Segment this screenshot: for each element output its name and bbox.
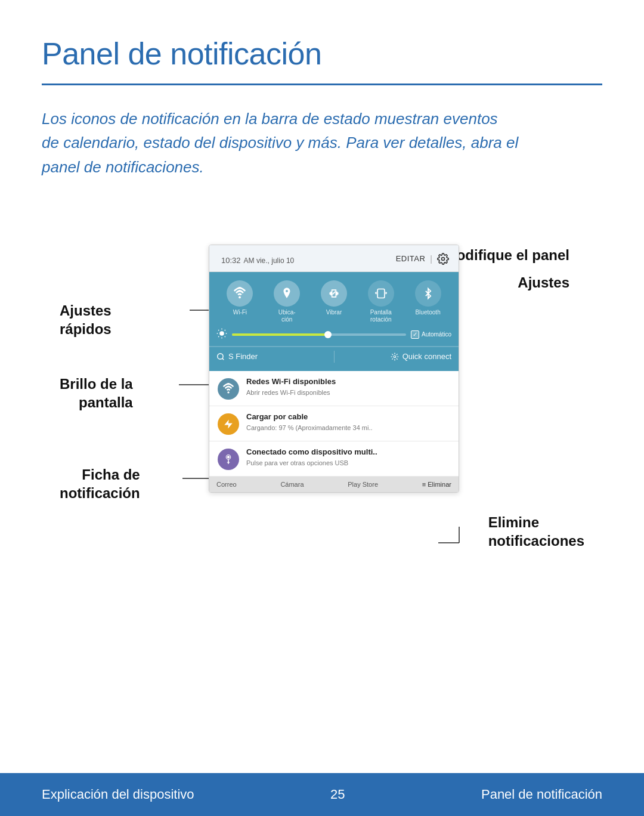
label-elimine-notificaciones: Elimine notificaciones xyxy=(488,513,584,550)
search-icon xyxy=(216,353,225,361)
gear-icon[interactable] xyxy=(437,253,449,265)
rotation-label: Pantallarotación xyxy=(370,309,392,323)
search-divider xyxy=(334,351,335,363)
brightness-row: ✓ Automático xyxy=(209,326,459,347)
brightness-fill xyxy=(232,333,328,336)
quick-icons-row: Wi-Fi Ubica-ción xyxy=(209,278,459,326)
search-row: S Finder Quick connect xyxy=(209,347,459,366)
label-ajustes: Ajustes xyxy=(518,273,569,292)
notif-usb-icon xyxy=(218,449,239,470)
label-ajustes-rapidos: Ajustes rápidos xyxy=(60,301,112,338)
time-value: 10:32 xyxy=(221,256,241,265)
notif-usb-title: Conectado como dispositivo multi.. xyxy=(246,447,450,458)
bluetooth-label: Bluetooth xyxy=(415,309,440,316)
footer-left: Explicación del dispositivo xyxy=(42,787,194,802)
quick-connect-icon xyxy=(391,353,399,361)
svg-point-12 xyxy=(442,257,445,260)
footer-page-number: 25 xyxy=(330,787,345,802)
svg-point-21 xyxy=(227,456,230,459)
tab-playstore[interactable]: Play Store xyxy=(348,481,378,488)
edit-button[interactable]: EDITAR xyxy=(396,254,426,263)
notif-charge-text: Cargar por cable Cargando: 97 % (Aproxim… xyxy=(246,412,450,432)
svg-line-18 xyxy=(222,358,224,360)
sfinder-label: S Finder xyxy=(228,352,258,361)
notif-wifi-icon xyxy=(218,378,239,400)
notif-usb-text: Conectado como dispositivo multi.. Pulse… xyxy=(246,447,450,467)
notification-item-charge[interactable]: Cargar por cable Cargando: 97 % (Aproxim… xyxy=(209,406,459,441)
quick-icon-rotation[interactable]: Pantallarotación xyxy=(363,280,399,323)
time-suffix: AM vie., julio 10 xyxy=(244,256,295,265)
diagram-area: Modifique el panel Ajustes Ajustes rápid… xyxy=(42,209,602,614)
vibrate-icon-circle xyxy=(321,280,347,307)
notif-charge-title: Cargar por cable xyxy=(246,412,450,422)
status-right: EDITAR | xyxy=(396,253,449,265)
title-divider xyxy=(42,84,602,85)
notif-charge-subtitle: Cargando: 97 % (Aproximadamente 34 mi.. xyxy=(246,424,450,432)
tab-correo[interactable]: Correo xyxy=(216,481,237,488)
rotation-icon xyxy=(375,288,387,299)
label-ficha-notificacion: Ficha de notificación xyxy=(60,465,140,502)
notification-item-usb[interactable]: Conectado como dispositivo multi.. Pulse… xyxy=(209,441,459,477)
status-bar: 10:32AM vie., julio 10 EDITAR | xyxy=(209,245,459,272)
rotation-icon-circle xyxy=(368,280,394,307)
wifi-icon-circle xyxy=(227,280,253,307)
label-modifique: Modifique el panel xyxy=(445,246,569,264)
location-icon-circle xyxy=(274,280,300,307)
location-label: Ubica-ción xyxy=(278,309,296,323)
bluetooth-icon-circle xyxy=(415,280,441,307)
location-icon xyxy=(281,287,293,300)
quick-icon-bluetooth[interactable]: Bluetooth xyxy=(410,280,446,323)
quick-connect-item[interactable]: Quick connect xyxy=(340,352,452,361)
svg-point-20 xyxy=(227,391,229,393)
charge-icon xyxy=(223,418,234,431)
vibrate-label: Vibrar xyxy=(326,309,342,316)
vibrate-icon xyxy=(328,287,340,300)
eliminate-button[interactable]: ≡ Eliminar xyxy=(422,481,451,488)
checkbox-icon: ✓ xyxy=(411,330,419,339)
phone-screenshot: 10:32AM vie., julio 10 EDITAR | xyxy=(209,245,459,493)
auto-label: Automático xyxy=(422,331,451,338)
brightness-sun-icon xyxy=(216,328,227,339)
svg-line-15 xyxy=(332,292,334,294)
quick-connect-label: Quick connect xyxy=(402,352,451,361)
notif-usb-subtitle: Pulse para ver otras opciones USB xyxy=(246,459,450,467)
time-display: 10:32AM vie., julio 10 xyxy=(219,251,294,267)
wifi-notif-icon xyxy=(222,383,234,395)
notification-item-wifi[interactable]: Redes Wi-Fi disponibles Abrir redes Wi-F… xyxy=(209,371,459,406)
phone-bottom-bar: Correo Cámara Play Store ≡ Eliminar xyxy=(209,477,459,492)
auto-brightness-checkbox[interactable]: ✓ Automático xyxy=(411,330,451,339)
bluetooth-icon xyxy=(423,287,434,300)
tab-camara[interactable]: Cámara xyxy=(280,481,304,488)
usb-icon xyxy=(223,453,234,466)
svg-point-13 xyxy=(239,296,242,298)
notif-wifi-title: Redes Wi-Fi disponibles xyxy=(246,377,450,387)
notif-wifi-subtitle: Abrir redes Wi-Fi disponibles xyxy=(246,388,450,397)
label-brillo-pantalla: Brillo de la pantalla xyxy=(60,375,133,412)
wifi-icon xyxy=(233,287,246,300)
wifi-label: Wi-Fi xyxy=(233,309,247,316)
page-footer: Explicación del dispositivo 25 Panel de … xyxy=(0,773,644,816)
page-content: Panel de notificación Los iconos de noti… xyxy=(0,0,644,614)
svg-rect-16 xyxy=(377,289,385,298)
quick-settings-panel: Wi-Fi Ubica-ción xyxy=(209,272,459,371)
notifications-area: Redes Wi-Fi disponibles Abrir redes Wi-F… xyxy=(209,371,459,477)
sfinder-item[interactable]: S Finder xyxy=(216,352,328,361)
description: Los iconos de notificación en la barra d… xyxy=(42,107,519,179)
page-title: Panel de notificación xyxy=(42,36,602,72)
notif-wifi-text: Redes Wi-Fi disponibles Abrir redes Wi-F… xyxy=(246,377,450,397)
footer-right: Panel de notificación xyxy=(481,787,602,802)
quick-icon-wifi[interactable]: Wi-Fi xyxy=(222,280,258,323)
brightness-icon xyxy=(216,328,227,341)
status-divider: | xyxy=(430,254,432,264)
quick-icon-location[interactable]: Ubica-ción xyxy=(269,280,305,323)
quick-icon-vibrate[interactable]: Vibrar xyxy=(316,280,352,323)
brightness-slider[interactable] xyxy=(232,333,406,336)
svg-point-19 xyxy=(394,356,396,358)
notif-charge-icon xyxy=(218,413,239,435)
svg-point-17 xyxy=(218,354,223,359)
